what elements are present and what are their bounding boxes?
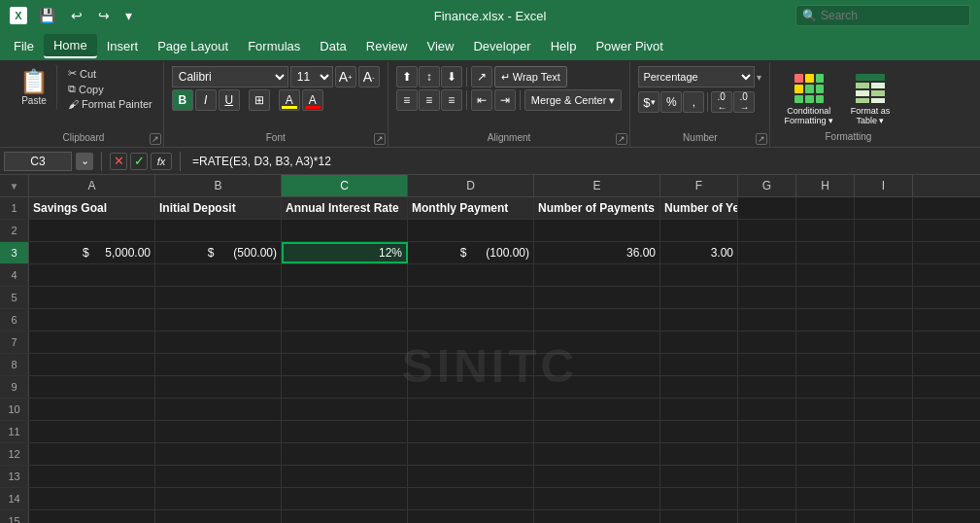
cell-a14[interactable] (29, 488, 155, 509)
align-bottom-button[interactable]: ⬇ (441, 66, 462, 87)
search-input[interactable] (821, 9, 963, 22)
align-middle-button[interactable]: ↕ (419, 66, 440, 87)
formula-input[interactable] (188, 152, 976, 171)
cell-h15[interactable] (796, 510, 855, 523)
cell-d2[interactable] (408, 220, 534, 241)
cell-a8[interactable] (29, 354, 155, 375)
cell-a10[interactable] (29, 399, 155, 420)
cell-e11[interactable] (534, 421, 660, 442)
align-center-button[interactable]: ≡ (419, 89, 440, 111)
col-header-f[interactable]: F (660, 175, 738, 196)
row-number-13[interactable]: 13 (0, 466, 29, 487)
cell-h6[interactable] (796, 309, 855, 331)
cell-a3[interactable]: $ 5,000.00 (29, 242, 155, 263)
cell-h14[interactable] (796, 488, 855, 509)
decrease-font-button[interactable]: A- (358, 66, 380, 87)
cell-f10[interactable] (660, 399, 738, 420)
cell-h1[interactable] (796, 197, 855, 219)
cell-f6[interactable] (660, 309, 738, 331)
menu-developer[interactable]: Developer (463, 35, 540, 57)
cell-d1[interactable]: Monthly Payment (408, 197, 534, 219)
row-number-4[interactable]: 4 (0, 264, 29, 286)
insert-function-button[interactable]: fx (151, 153, 172, 170)
cell-d3[interactable]: $ (100.00) (408, 242, 534, 263)
cell-i10[interactable] (855, 399, 913, 420)
col-header-e[interactable]: E (534, 175, 660, 196)
cell-d5[interactable] (408, 287, 534, 308)
cell-c12[interactable] (282, 443, 408, 465)
col-header-b[interactable]: B (155, 175, 282, 196)
copy-button[interactable]: ⧉ Copy (65, 82, 155, 96)
cell-d6[interactable] (408, 309, 534, 331)
conditional-formatting-button[interactable]: Conditional Formatting ▾ (778, 69, 839, 129)
cell-d9[interactable] (408, 376, 534, 398)
cell-d8[interactable] (408, 354, 534, 375)
cell-a11[interactable] (29, 421, 155, 442)
cell-g1[interactable] (738, 197, 796, 219)
cell-i13[interactable] (855, 466, 913, 487)
col-header-c[interactable]: C (282, 175, 408, 196)
cell-b4[interactable] (155, 264, 282, 286)
col-header-a[interactable]: A (29, 175, 155, 196)
cell-f11[interactable] (660, 421, 738, 442)
cell-e8[interactable] (534, 354, 660, 375)
cell-d4[interactable] (408, 264, 534, 286)
cell-d10[interactable] (408, 399, 534, 420)
cell-f13[interactable] (660, 466, 738, 487)
cell-b12[interactable] (155, 443, 282, 465)
comma-button[interactable]: , (683, 91, 704, 113)
cell-i3[interactable] (855, 242, 913, 263)
cell-e14[interactable] (534, 488, 660, 509)
cell-a4[interactable] (29, 264, 155, 286)
cell-d12[interactable] (408, 443, 534, 465)
cell-a1[interactable]: Savings Goal (29, 197, 155, 219)
cell-c5[interactable] (282, 287, 408, 308)
text-direction-button[interactable]: ↗ (471, 66, 492, 87)
cell-d15[interactable] (408, 510, 534, 523)
formula-confirm-button[interactable]: ✓ (130, 153, 148, 170)
cell-d7[interactable] (408, 331, 534, 353)
cell-f9[interactable] (660, 376, 738, 398)
cell-f3[interactable]: 3.00 (660, 242, 738, 263)
cell-b7[interactable] (155, 331, 282, 353)
cell-g12[interactable] (738, 443, 796, 465)
decrease-indent-button[interactable]: ⇤ (471, 89, 492, 111)
cell-i6[interactable] (855, 309, 913, 331)
increase-indent-button[interactable]: ⇥ (494, 89, 516, 111)
row-number-15[interactable]: 15 (0, 510, 29, 523)
cell-e1[interactable]: Number of Payments (534, 197, 660, 219)
cell-c10[interactable] (282, 399, 408, 420)
menu-insert[interactable]: Insert (97, 35, 149, 57)
cell-c7[interactable] (282, 331, 408, 353)
cell-g4[interactable] (738, 264, 796, 286)
increase-font-button[interactable]: A+ (335, 66, 356, 87)
undo-button[interactable]: ↩ (67, 6, 86, 25)
row-number-3[interactable]: 3 (0, 242, 29, 263)
cell-i1[interactable] (855, 197, 913, 219)
cell-g15[interactable] (738, 510, 796, 523)
cell-a13[interactable] (29, 466, 155, 487)
cell-f12[interactable] (660, 443, 738, 465)
cell-c4[interactable] (282, 264, 408, 286)
fill-color-button[interactable]: A (279, 89, 300, 111)
row-number-8[interactable]: 8 (0, 354, 29, 375)
align-right-button[interactable]: ≡ (441, 89, 462, 111)
cell-i7[interactable] (855, 331, 913, 353)
cell-b3[interactable]: $ (500.00) (155, 242, 282, 263)
cell-i8[interactable] (855, 354, 913, 375)
cell-c11[interactable] (282, 421, 408, 442)
cell-g9[interactable] (738, 376, 796, 398)
menu-home[interactable]: Home (44, 34, 97, 58)
cell-h5[interactable] (796, 287, 855, 308)
cell-f1[interactable]: Number of Years (660, 197, 738, 219)
cell-reference-input[interactable] (4, 152, 72, 171)
border-button[interactable]: ⊞ (249, 89, 270, 111)
cell-h9[interactable] (796, 376, 855, 398)
alignment-expand[interactable]: ↗ (616, 133, 627, 145)
redo-button[interactable]: ↪ (94, 6, 114, 25)
cell-i12[interactable] (855, 443, 913, 465)
percent-button[interactable]: % (660, 91, 682, 113)
col-header-d[interactable]: D (408, 175, 534, 196)
cell-h12[interactable] (796, 443, 855, 465)
cell-a5[interactable] (29, 287, 155, 308)
